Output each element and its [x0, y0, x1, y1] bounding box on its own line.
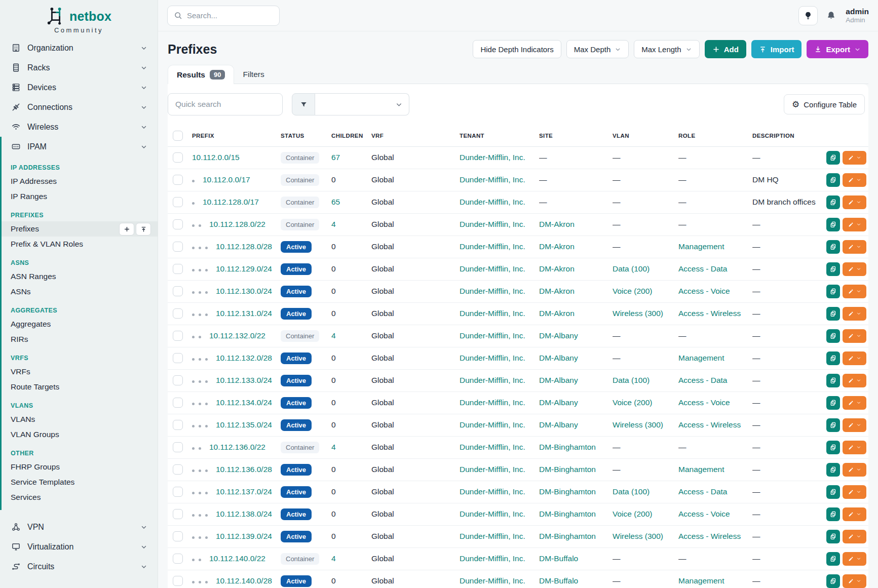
clone-button[interactable] [826, 552, 840, 566]
site-link[interactable]: DM-Akron [539, 242, 575, 251]
add-button[interactable]: Add [705, 40, 746, 58]
clone-button[interactable] [826, 441, 840, 454]
sidebar-item-services[interactable]: Services [2, 490, 158, 505]
role-link[interactable]: Management [678, 576, 724, 585]
prefix-link[interactable]: 10.112.135.0/24 [216, 420, 272, 429]
export-button[interactable]: Export [807, 40, 868, 58]
brand[interactable]: netbox Community [0, 0, 158, 34]
site-link[interactable]: DM-Binghamton [539, 443, 596, 451]
role-link[interactable]: Access - Data [678, 376, 727, 384]
edit-button[interactable] [843, 173, 866, 187]
edit-button[interactable] [843, 151, 866, 165]
vlan-link[interactable]: Voice (200) [613, 287, 652, 295]
clone-button[interactable] [826, 262, 840, 276]
site-link[interactable]: DM-Binghamton [539, 509, 596, 518]
site-link[interactable]: DM-Akron [539, 309, 575, 318]
clone-button[interactable] [826, 240, 840, 254]
tenant-link[interactable]: Dunder-Mifflin, Inc. [460, 264, 525, 273]
role-link[interactable]: Access - Voice [678, 398, 730, 407]
edit-button[interactable] [843, 307, 866, 321]
vlan-link[interactable]: Data (100) [613, 487, 650, 496]
tenant-link[interactable]: Dunder-Mifflin, Inc. [460, 175, 525, 184]
configure-table-button[interactable]: ⚙ Configure Table [784, 94, 865, 114]
edit-button[interactable] [843, 195, 866, 209]
sidebar-item-ip-addresses[interactable]: IP Addresses [2, 174, 158, 189]
row-checkbox[interactable] [173, 509, 183, 519]
tenant-link[interactable]: Dunder-Mifflin, Inc. [460, 420, 525, 429]
sidebar-item-vlans[interactable]: VLANs [2, 412, 158, 427]
edit-button[interactable] [843, 552, 866, 566]
children-count-link[interactable]: 4 [331, 331, 336, 340]
row-checkbox[interactable] [173, 353, 183, 363]
row-checkbox[interactable] [173, 531, 183, 541]
row-checkbox[interactable] [173, 308, 183, 319]
site-link[interactable]: DM-Akron [539, 220, 575, 228]
tenant-link[interactable]: Dunder-Mifflin, Inc. [460, 376, 525, 384]
row-checkbox[interactable] [173, 464, 183, 475]
children-count-link[interactable]: 65 [331, 198, 340, 206]
prefix-link[interactable]: 10.112.139.0/24 [216, 532, 272, 540]
vlan-link[interactable]: Voice (200) [613, 398, 652, 407]
role-link[interactable]: Management [678, 465, 724, 474]
role-link[interactable]: Access - Wireless [678, 309, 741, 318]
row-checkbox[interactable] [173, 375, 183, 385]
clone-button[interactable] [826, 329, 840, 343]
sidebar-item-vrfs[interactable]: VRFs [2, 364, 158, 379]
sidebar-item-racks[interactable]: Racks [0, 58, 158, 77]
row-checkbox[interactable] [173, 554, 183, 564]
tenant-link[interactable]: Dunder-Mifflin, Inc. [460, 220, 525, 228]
edit-button[interactable] [843, 507, 866, 521]
row-checkbox[interactable] [173, 420, 183, 430]
clone-button[interactable] [826, 485, 840, 499]
sidebar-item-wireless[interactable]: Wireless [0, 117, 158, 137]
row-checkbox[interactable] [173, 197, 183, 207]
edit-button[interactable] [843, 218, 866, 231]
prefix-link[interactable]: 10.112.128.0/28 [216, 242, 272, 251]
children-count-link[interactable]: 4 [331, 220, 336, 228]
user-menu[interactable]: admin Admin [846, 7, 869, 24]
clone-button[interactable] [826, 218, 840, 231]
role-link[interactable]: Access - Wireless [678, 532, 741, 540]
site-link[interactable]: DM-Buffalo [539, 554, 578, 563]
edit-button[interactable] [843, 530, 866, 543]
notifications-button[interactable] [824, 9, 838, 22]
prefix-link[interactable]: 10.112.140.0/22 [209, 554, 265, 563]
edit-button[interactable] [843, 285, 866, 298]
sidebar-item-service-templates[interactable]: Service Templates [2, 475, 158, 490]
vlan-link[interactable]: Wireless (300) [613, 532, 663, 540]
tenant-link[interactable]: Dunder-Mifflin, Inc. [460, 153, 525, 162]
tenant-link[interactable]: Dunder-Mifflin, Inc. [460, 576, 525, 585]
vlan-link[interactable]: Wireless (300) [613, 420, 663, 429]
prefix-link[interactable]: 10.112.129.0/24 [216, 264, 272, 273]
edit-button[interactable] [843, 441, 866, 454]
tenant-link[interactable]: Dunder-Mifflin, Inc. [460, 242, 525, 251]
prefix-link[interactable]: 10.112.130.0/24 [216, 287, 272, 295]
quick-add-button[interactable] [119, 223, 134, 236]
edit-button[interactable] [843, 396, 866, 410]
edit-button[interactable] [843, 374, 866, 387]
sidebar-item-vlan-groups[interactable]: VLAN Groups [2, 427, 158, 442]
tenant-link[interactable]: Dunder-Mifflin, Inc. [460, 309, 525, 318]
tab-filters[interactable]: Filters [234, 65, 273, 84]
site-link[interactable]: DM-Albany [539, 331, 578, 340]
children-count-link[interactable]: 4 [331, 443, 336, 451]
prefix-link[interactable]: 10.112.137.0/24 [216, 487, 272, 496]
role-link[interactable]: Access - Voice [678, 509, 730, 518]
row-checkbox[interactable] [173, 331, 183, 341]
max-depth-dropdown[interactable]: Max Depth [566, 40, 629, 58]
edit-button[interactable] [843, 463, 866, 477]
clone-button[interactable] [826, 151, 840, 165]
site-link[interactable]: DM-Akron [539, 264, 575, 273]
edit-button[interactable] [843, 262, 866, 276]
row-checkbox[interactable] [173, 152, 183, 163]
tenant-link[interactable]: Dunder-Mifflin, Inc. [460, 354, 525, 362]
sidebar-item-asns[interactable]: ASNs [2, 284, 158, 299]
quick-search-input[interactable] [168, 93, 283, 115]
children-count-link[interactable]: 67 [331, 153, 340, 162]
edit-button[interactable] [843, 240, 866, 254]
tenant-link[interactable]: Dunder-Mifflin, Inc. [460, 465, 525, 474]
max-length-dropdown[interactable]: Max Length [634, 40, 699, 58]
role-link[interactable]: Access - Voice [678, 287, 730, 295]
vlan-link[interactable]: Data (100) [613, 376, 650, 384]
sidebar-item-ipam[interactable]: IPAM [2, 137, 158, 156]
